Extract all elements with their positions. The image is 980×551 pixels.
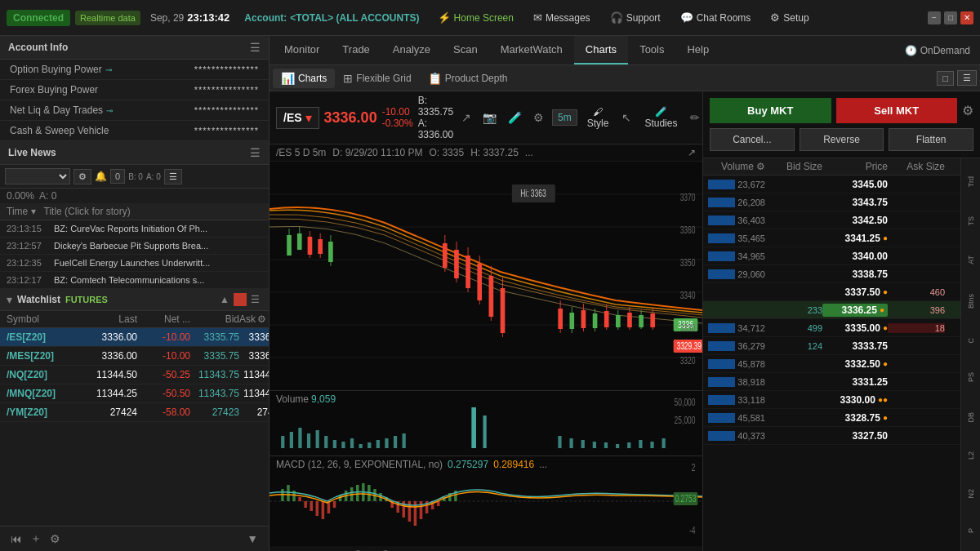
- cancel-btn[interactable]: Cancel...: [710, 128, 795, 151]
- watchlist-row[interactable]: /NQ[Z20] 11344.50 -50.25 11343.75 11344.…: [0, 366, 269, 384]
- chart-list-btn[interactable]: ☰: [957, 70, 977, 86]
- watchlist-collapse-icon[interactable]: ▾: [7, 293, 12, 306]
- wl-up-btn[interactable]: ▲: [217, 293, 232, 306]
- ladder-row[interactable]: 233 3336.25● 396: [703, 301, 960, 319]
- tab-tools[interactable]: Tools: [628, 36, 675, 64]
- order-ladder: Volume ⚙ Bid Size Price Ask Size 23,672 …: [703, 158, 960, 551]
- sidebar-add-btn[interactable]: ＋: [26, 530, 46, 548]
- ladder-row[interactable]: 36,403 3342.50: [703, 211, 960, 229]
- side-label-db[interactable]: DB: [967, 409, 975, 426]
- ladder-row[interactable]: 23,672 3345.00: [703, 176, 960, 193]
- side-label-p[interactable]: P: [967, 525, 975, 536]
- side-label-c[interactable]: C: [967, 335, 975, 347]
- ladder-row[interactable]: 36,279 124 3333.75: [703, 337, 960, 355]
- sub-tab-product-depth[interactable]: 📋 Product Depth: [420, 69, 516, 88]
- flask-btn[interactable]: 🧪: [505, 109, 525, 126]
- chart-canvas-area[interactable]: Hi: 3363: [270, 162, 702, 390]
- tab-analyze[interactable]: Analyze: [381, 36, 442, 64]
- style-btn[interactable]: 🖌 Style: [582, 104, 614, 131]
- tab-scan[interactable]: Scan: [442, 36, 489, 64]
- share-btn[interactable]: ↗: [458, 109, 474, 126]
- ladder-settings-icon[interactable]: ⚙: [756, 161, 765, 172]
- watchlist-last: 11344.25: [80, 388, 137, 399]
- chart-layout-btn[interactable]: □: [937, 71, 954, 86]
- svg-text:3330: 3330: [680, 323, 696, 334]
- tab-charts[interactable]: Charts: [574, 36, 628, 64]
- wl-settings-btn[interactable]: ☰: [248, 293, 262, 306]
- order-gear-btn[interactable]: ⚙: [962, 103, 973, 118]
- side-label-n2[interactable]: N2: [967, 486, 975, 502]
- ladder-row[interactable]: 40,373 3327.50: [703, 427, 960, 445]
- ladder-row[interactable]: 33,118 3330.00●●: [703, 391, 960, 409]
- news-list-item[interactable]: 23:13:15 BZ: CureVac Reports Initiation …: [0, 220, 269, 238]
- sidebar-down-btn[interactable]: ▼: [243, 531, 262, 547]
- messages-btn[interactable]: ✉ Messages: [525, 8, 599, 27]
- ladder-row[interactable]: 45,878 3332.50●: [703, 355, 960, 373]
- chart-settings-btn[interactable]: ⚙: [530, 109, 547, 126]
- camera-btn[interactable]: 📷: [479, 109, 500, 126]
- side-label-btns[interactable]: Btns: [967, 291, 975, 312]
- symbol-selector[interactable]: /ES ▾: [276, 107, 319, 129]
- ladder-row[interactable]: 35,465 3341.25●: [703, 229, 960, 247]
- reverse-btn[interactable]: Reverse: [800, 128, 884, 151]
- side-label-at[interactable]: AT: [967, 252, 975, 268]
- ondemand-btn[interactable]: 🕐 OnDemand: [898, 42, 977, 60]
- buy-mkt-btn[interactable]: Buy MKT: [710, 98, 831, 123]
- ladder-row[interactable]: 34,712 499 3335.00● 18: [703, 319, 960, 337]
- studies-btn[interactable]: 🧪 Studies: [639, 104, 682, 131]
- watchlist-net: -50.50: [137, 388, 190, 399]
- news-filter-select[interactable]: [5, 168, 70, 184]
- watchlist-row[interactable]: /ES[Z20] 3336.00 -10.00 3335.75 3336.00: [0, 328, 269, 347]
- svg-rect-75: [394, 436, 397, 448]
- ladder-row[interactable]: 3337.50● 460: [703, 283, 960, 301]
- tab-marketwatch[interactable]: MarketWatch: [489, 36, 574, 64]
- col-settings-icon[interactable]: ⚙: [257, 313, 266, 325]
- ladder-price: 3330.00●●: [822, 394, 888, 406]
- watchlist-bid: 27423: [190, 407, 239, 418]
- ladder-row[interactable]: 26,208 3343.75: [703, 193, 960, 211]
- draw-btn[interactable]: ✏: [687, 109, 702, 126]
- live-news-header[interactable]: Live News ☰: [0, 141, 269, 165]
- close-btn[interactable]: ✕: [960, 11, 973, 24]
- ladder-row[interactable]: 34,965 3340.00: [703, 247, 960, 265]
- news-list-btn[interactable]: ☰: [164, 169, 182, 184]
- setup-btn[interactable]: ⚙ Setup: [762, 8, 817, 27]
- side-label-trd[interactable]: Trd: [967, 173, 975, 190]
- tab-monitor[interactable]: Monitor: [273, 36, 331, 64]
- watchlist-row[interactable]: /MNQ[Z20] 11344.25 -50.50 11343.75 11344…: [0, 384, 269, 403]
- tab-trade[interactable]: Trade: [331, 36, 381, 64]
- sub-tab-flexible-grid[interactable]: ⊞ Flexible Grid: [335, 69, 419, 88]
- maximize-btn[interactable]: □: [944, 11, 957, 24]
- sub-tab-charts[interactable]: 📊 Charts: [273, 69, 335, 88]
- ladder-row[interactable]: 38,918 3331.25: [703, 373, 960, 391]
- flatten-btn[interactable]: Flatten: [889, 128, 973, 151]
- sidebar-gear-btn[interactable]: ⚙: [46, 531, 65, 547]
- home-screen-btn[interactable]: ⚡ Home Screen: [430, 8, 522, 27]
- chat-rooms-btn[interactable]: 💬 Chat Rooms: [672, 8, 760, 27]
- news-list-item[interactable]: 23:12:57 Dickey's Barbecue Pit Supports …: [0, 238, 269, 255]
- news-list-item[interactable]: 23:12:17 BZ: Comtech Telecommunications …: [0, 272, 269, 289]
- side-label-ps[interactable]: PS: [967, 369, 975, 385]
- news-gear-btn[interactable]: ⚙: [74, 169, 91, 184]
- ladder-row[interactable]: 29,060 3338.75: [703, 265, 960, 283]
- price-change-display: -10.00 -0.30%: [382, 106, 413, 129]
- ohlc-symbol: /ES 5 D 5m: [276, 147, 326, 158]
- sell-mkt-btn[interactable]: Sell MKT: [836, 98, 958, 123]
- cursor-btn[interactable]: ↖: [618, 109, 635, 126]
- ladder-ask-size: 18: [888, 323, 945, 333]
- svg-rect-97: [298, 497, 301, 501]
- watchlist-row[interactable]: /MES[Z20] 3336.00 -10.00 3335.75 3336.00: [0, 347, 269, 366]
- tab-help[interactable]: Help: [675, 36, 720, 64]
- ladder-row[interactable]: 45,581 3328.75●: [703, 409, 960, 427]
- support-btn[interactable]: 🎧 Support: [602, 8, 669, 27]
- account-info-header[interactable]: Account Info ☰: [0, 36, 269, 60]
- side-label-l2[interactable]: L2: [967, 448, 975, 463]
- timeframe-btn[interactable]: 5m: [552, 109, 577, 126]
- side-label-ts[interactable]: TS: [967, 213, 975, 229]
- minimize-btn[interactable]: −: [928, 11, 941, 24]
- sidebar-prev-btn[interactable]: ⏮: [7, 531, 26, 547]
- news-list-item[interactable]: 23:12:35 FuelCell Energy Launches Underw…: [0, 255, 269, 272]
- svg-rect-72: [368, 442, 371, 448]
- svg-text:3340: 3340: [680, 291, 696, 301]
- watchlist-row[interactable]: /YM[Z20] 27424 -58.00 27423 27425: [0, 403, 269, 422]
